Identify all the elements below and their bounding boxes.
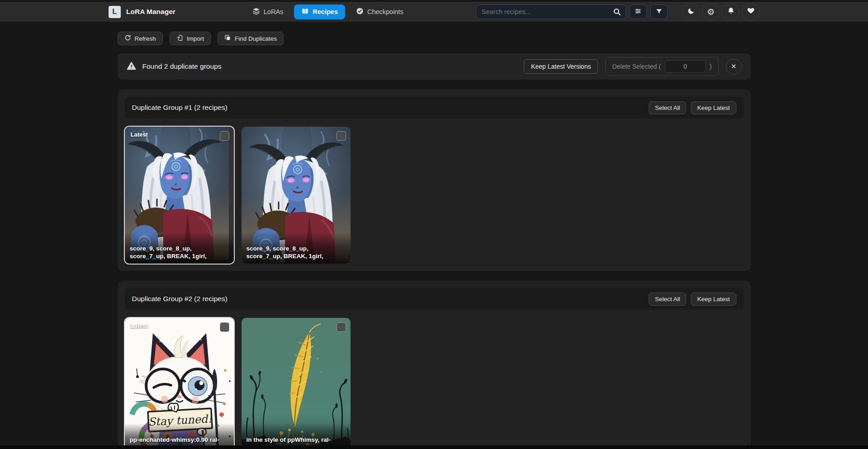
import-button[interactable]: Import <box>170 32 211 45</box>
banner-message: Found 2 duplicate groups <box>142 62 222 71</box>
refresh-icon <box>124 34 131 43</box>
card-checkbox[interactable] <box>220 131 229 141</box>
search-input[interactable] <box>476 5 626 19</box>
close-icon: ✕ <box>731 62 737 71</box>
search-container <box>476 5 626 19</box>
app-logo: L <box>109 6 121 18</box>
moon-icon <box>687 7 695 17</box>
keep-latest-versions-button[interactable]: Keep Latest Versions <box>524 59 598 74</box>
banner-close-button[interactable]: ✕ <box>726 59 742 75</box>
group-2-keep-latest-button[interactable]: Keep Latest <box>691 293 736 306</box>
nav-recipes[interactable]: Recipes <box>294 5 345 19</box>
nav-recipes-label: Recipes <box>313 8 338 15</box>
group-2-header: Duplicate Group #2 (2 recipes) Select Al… <box>125 288 744 310</box>
refresh-label: Refresh <box>135 35 156 42</box>
notifications-button[interactable] <box>722 3 740 21</box>
group-1-title: Duplicate Group #1 (2 recipes) <box>132 104 228 112</box>
group-1-select-all-button[interactable]: Select All <box>649 101 687 114</box>
card-checkbox[interactable] <box>220 322 229 332</box>
app-header: L LoRA Manager LoRAs <box>0 2 868 22</box>
funnel-icon <box>655 8 663 16</box>
duplicate-group-2: Duplicate Group #2 (2 recipes) Select Al… <box>118 281 751 449</box>
card-caption: score_9, score_8_up, score_7_up, BREAK, … <box>242 232 351 264</box>
card-checkbox[interactable] <box>337 131 346 141</box>
group-1-keep-latest-button[interactable]: Keep Latest <box>691 101 736 114</box>
duplicate-group-1: Duplicate Group #1 (2 recipes) Select Al… <box>118 90 751 271</box>
delete-selected-label-prefix: Delete Selected ( <box>612 63 660 70</box>
search-options-button[interactable] <box>630 5 647 19</box>
bell-icon <box>727 7 735 17</box>
delete-selected-label-suffix: ) <box>710 63 712 70</box>
gear-icon: ⚙ <box>707 7 715 17</box>
copy-icon <box>224 34 231 43</box>
recipes-toolbar: Refresh Import Find Duplicates <box>118 32 751 45</box>
import-icon <box>176 34 183 43</box>
refresh-button[interactable]: Refresh <box>118 32 163 45</box>
settings-button[interactable]: ⚙ <box>702 3 720 21</box>
filter-button[interactable] <box>650 5 668 19</box>
layers-icon <box>252 7 260 16</box>
delete-count-input[interactable] <box>665 60 706 73</box>
group-2-select-all-button[interactable]: Select All <box>649 293 687 306</box>
import-label: Import <box>187 35 204 42</box>
support-button[interactable] <box>742 3 759 21</box>
nav-loras[interactable]: LoRAs <box>248 4 288 19</box>
nav-checkpoints[interactable]: Checkpoints <box>351 4 408 19</box>
find-duplicates-button[interactable]: Find Duplicates <box>218 32 284 45</box>
search-icon <box>613 8 621 18</box>
recipe-card[interactable]: in the style of ppWhimsy, ral-frctlgmtry… <box>242 318 351 449</box>
check-circle-icon <box>356 7 364 16</box>
nav-checkpoints-label: Checkpoints <box>367 8 403 15</box>
find-duplicates-label: Find Duplicates <box>235 35 277 42</box>
latest-badge: Latest <box>131 131 148 138</box>
recipe-card[interactable]: Latest score_9, score_8_up, score_7_up, … <box>125 127 234 264</box>
app-title: LoRA Manager <box>126 8 175 16</box>
main-nav: LoRAs Recipes Checkpoint <box>248 4 408 19</box>
warning-icon <box>127 61 136 72</box>
duplicates-banner: Found 2 duplicate groups Keep Latest Ver… <box>118 53 751 80</box>
card-caption: score_9, score_8_up, score_7_up, BREAK, … <box>125 232 234 264</box>
group-1-header: Duplicate Group #1 (2 recipes) Select Al… <box>125 97 744 118</box>
window-bottom-edge <box>0 445 868 449</box>
nav-loras-label: LoRAs <box>264 8 284 15</box>
latest-badge: Latest <box>131 322 148 329</box>
recipe-card[interactable]: score_9, score_8_up, score_7_up, BREAK, … <box>242 127 351 264</box>
theme-toggle-button[interactable] <box>682 3 700 21</box>
delete-selected-button[interactable]: Delete Selected ( ) <box>605 57 718 76</box>
book-icon <box>301 8 309 16</box>
card-checkbox[interactable] <box>337 322 346 332</box>
heart-icon <box>747 7 755 17</box>
group-2-title: Duplicate Group #2 (2 recipes) <box>132 295 228 303</box>
recipe-card[interactable]: Latest pp-enchanted-whimsy:0.90 ral-frct… <box>125 318 234 449</box>
sliders-icon <box>634 7 642 16</box>
